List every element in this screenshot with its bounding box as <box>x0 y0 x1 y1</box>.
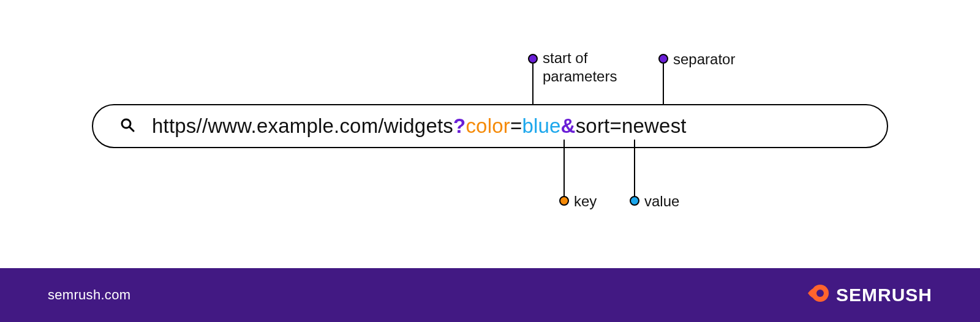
line-key <box>564 140 565 197</box>
url-key: color <box>466 114 510 137</box>
url-equals-1: = <box>510 114 522 137</box>
url-separator: & <box>561 114 576 137</box>
svg-line-1 <box>129 127 134 131</box>
dot-separator <box>658 54 668 64</box>
svg-point-3 <box>816 290 824 297</box>
url-base: https//www.example.com/widgets <box>152 114 453 137</box>
dot-key <box>559 196 569 206</box>
label-key: key <box>574 192 597 211</box>
dot-start-params <box>528 54 538 64</box>
label-start-params: start of parameters <box>543 49 617 86</box>
flame-icon <box>807 282 830 309</box>
url-bar: https//www.example.com/widgets?color=blu… <box>92 104 888 148</box>
label-value: value <box>644 192 679 211</box>
url-question-mark: ? <box>453 114 466 137</box>
line-value <box>634 140 635 197</box>
footer-site: semrush.com <box>48 287 130 303</box>
url-rest: sort=newest <box>576 114 687 137</box>
footer-bar: semrush.com SEMRUSH <box>0 268 980 322</box>
label-separator: separator <box>673 50 735 69</box>
dot-value <box>630 196 639 206</box>
url-text: https//www.example.com/widgets?color=blu… <box>152 114 687 138</box>
brand-name: SEMRUSH <box>836 285 932 305</box>
diagram-canvas: start of parameters separator https//www… <box>0 0 980 322</box>
brand-logo: SEMRUSH <box>807 282 932 309</box>
search-icon <box>120 118 135 135</box>
url-value: blue <box>522 114 560 137</box>
